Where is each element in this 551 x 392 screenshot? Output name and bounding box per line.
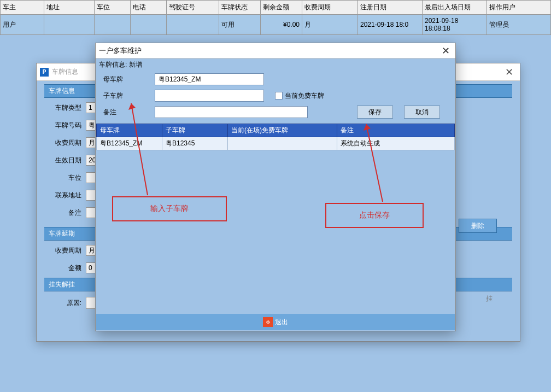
cell-owner: 用户: [1, 15, 44, 35]
th-child: 子车牌: [162, 124, 228, 137]
label-free-plate: 当前免费车牌: [285, 91, 324, 101]
label-reason: 原因:: [44, 299, 86, 308]
delete-button[interactable]: 删除: [459, 219, 497, 233]
cancel-button[interactable]: 取消: [404, 106, 440, 119]
info-status: 车牌信息: 新增: [96, 58, 455, 71]
cell-cycle: 月: [302, 15, 358, 35]
cell-status: 可用: [219, 15, 261, 35]
label-remark: 备注: [100, 108, 155, 117]
child-plate-input[interactable]: [155, 90, 264, 102]
titlebar[interactable]: 一户多车维护 ✕: [96, 43, 455, 58]
close-icon[interactable]: ✕: [436, 45, 455, 57]
table-row[interactable]: 粤B12345_ZM 粤B12345 系统自动生成: [97, 137, 455, 150]
hang-tail: 挂: [486, 294, 493, 303]
col-lastdate: 最后出入场日期: [423, 1, 487, 15]
label-addr: 联系地址: [44, 191, 86, 200]
th-remark: 备注: [337, 124, 455, 137]
label-cycle2: 收费周期: [44, 246, 86, 255]
col-status: 车牌状态: [219, 1, 261, 15]
exit-button[interactable]: ⎆ 退出: [96, 314, 455, 330]
free-plate-checkbox[interactable]: [275, 92, 283, 100]
table-row[interactable]: 用户 可用 ¥0.00 月 2021-09-18 18:0 2021-09-18…: [1, 15, 551, 35]
child-plate-table: 母车牌 子车牌 当前(在场)免费车牌 备注 粤B12345_ZM 粤B12345…: [96, 124, 455, 150]
cell-free: [228, 137, 337, 150]
label-amount: 金额: [44, 264, 86, 273]
cell-operator: 管理员: [487, 15, 551, 35]
parent-plate-input[interactable]: [155, 73, 264, 85]
col-balance: 剩余金额: [261, 1, 302, 15]
cell-lastdate: 2021-09-18 18:08:18: [423, 15, 487, 35]
col-operator: 操作用户: [487, 1, 551, 15]
remark-input[interactable]: [155, 106, 308, 118]
label-parent-plate: 母车牌: [100, 75, 155, 84]
col-license: 驾驶证号: [167, 1, 219, 15]
dialog-title: 一户多车维护: [99, 46, 436, 56]
col-regdate: 注册日期: [358, 1, 423, 15]
close-icon[interactable]: ✕: [498, 66, 520, 78]
label-cycle: 收费周期: [44, 138, 86, 148]
app-icon: P: [40, 68, 49, 77]
label-type: 车牌类型: [44, 103, 86, 113]
cell-remark: 系统自动生成: [337, 137, 455, 150]
save-button[interactable]: 保存: [357, 106, 393, 119]
label-remark: 备注: [44, 208, 86, 218]
col-slot: 车位: [95, 1, 131, 15]
cell-balance: ¥0.00: [261, 15, 302, 35]
col-addr: 地址: [44, 1, 95, 15]
cell-regdate: 2021-09-18 18:0: [358, 15, 423, 35]
exit-icon: ⎆: [263, 317, 273, 327]
col-phone: 电话: [131, 1, 167, 15]
multi-car-dialog: 一户多车维护 ✕ 车牌信息: 新增 母车牌 子车牌 当前免费车牌 备注 保存 取…: [95, 43, 456, 331]
label-effdate: 生效日期: [44, 156, 86, 165]
label-child-plate: 子车牌: [100, 91, 155, 101]
th-free: 当前(在场)免费车牌: [228, 124, 337, 137]
background-grid: 车主 地址 车位 电话 驾驶证号 车牌状态 剩余金额 收费周期 注册日期 最后出…: [0, 0, 551, 35]
cell-child: 粤B12345: [162, 137, 228, 150]
th-parent: 母车牌: [97, 124, 162, 137]
col-cycle: 收费周期: [302, 1, 358, 15]
col-owner: 车主: [1, 1, 44, 15]
cell-parent: 粤B12345_ZM: [97, 137, 162, 150]
label-number: 车牌号码: [44, 121, 86, 130]
annotation-left: 输入子车牌: [112, 196, 227, 221]
label-slot: 车位: [44, 173, 86, 183]
annotation-right: 点击保存: [325, 203, 424, 228]
